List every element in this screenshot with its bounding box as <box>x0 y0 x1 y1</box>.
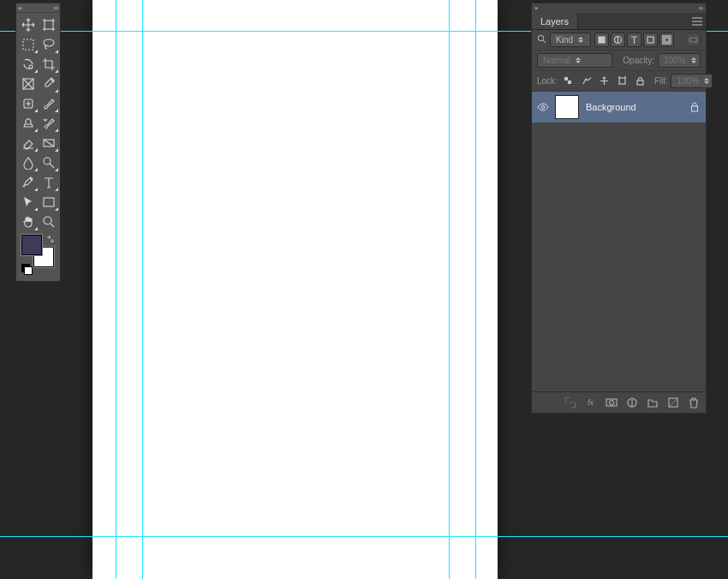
layers-panel: × ›› Layers Kind Normal Opacity: 100% Lo… <box>531 3 707 414</box>
color-swatches <box>20 235 57 274</box>
collapse-icon[interactable]: ›› <box>699 4 703 12</box>
svg-point-2 <box>29 65 33 69</box>
lock-label: Lock: <box>537 76 558 86</box>
svg-rect-19 <box>637 81 643 85</box>
filter-shape-button[interactable] <box>643 33 658 47</box>
visibility-toggle-icon[interactable] <box>532 103 554 111</box>
svg-rect-16 <box>564 77 568 81</box>
svg-rect-7 <box>44 198 54 206</box>
rectangle-tool[interactable] <box>39 192 59 212</box>
document-canvas[interactable] <box>92 0 498 579</box>
blend-mode-select[interactable]: Normal <box>537 53 612 68</box>
path-select-tool[interactable] <box>18 192 39 212</box>
history-brush-tool[interactable] <box>39 113 59 133</box>
close-icon[interactable]: × <box>534 4 539 12</box>
filter-pixel-button[interactable] <box>594 33 609 47</box>
tools-panel: × ›› <box>15 3 61 282</box>
filter-adjustment-button[interactable] <box>611 33 625 47</box>
fill-input[interactable]: 100% <box>671 74 713 88</box>
svg-point-20 <box>541 105 545 109</box>
lasso-tool[interactable] <box>39 34 59 54</box>
svg-rect-17 <box>568 81 571 84</box>
brush-tool[interactable] <box>39 93 59 113</box>
fx-button[interactable]: fx <box>583 396 598 410</box>
fill-label: Fill: <box>654 76 668 86</box>
layer-row[interactable]: Background <box>532 92 706 122</box>
move-tool[interactable] <box>18 15 39 34</box>
swap-colors-icon[interactable] <box>46 235 55 243</box>
svg-rect-10 <box>599 37 605 43</box>
frame-tool[interactable] <box>18 74 39 93</box>
clone-stamp-tool[interactable] <box>18 113 39 133</box>
quick-select-tool[interactable] <box>18 54 39 74</box>
filter-type-button[interactable] <box>627 33 641 47</box>
mask-button[interactable] <box>604 396 618 410</box>
zoom-tool[interactable] <box>39 212 59 231</box>
group-button[interactable] <box>645 396 659 410</box>
crop-tool[interactable] <box>39 54 59 74</box>
opacity-input[interactable]: 100% <box>658 53 701 68</box>
layer-list: Background <box>532 92 706 391</box>
adjustment-button[interactable] <box>624 396 639 410</box>
collapse-icon[interactable]: ›› <box>54 4 58 12</box>
panel-menu-icon[interactable] <box>689 13 706 29</box>
search-icon <box>537 34 546 45</box>
lock-pixels-button[interactable] <box>579 74 594 88</box>
svg-point-8 <box>44 217 51 224</box>
blend-opacity-row: Normal Opacity: 100% <box>532 51 706 71</box>
svg-point-23 <box>609 401 613 405</box>
gradient-tool[interactable] <box>39 133 59 152</box>
delete-button[interactable] <box>686 396 701 410</box>
new-button[interactable] <box>665 396 680 410</box>
tab-layers[interactable]: Layers <box>532 13 578 29</box>
marquee-tool[interactable] <box>18 34 39 54</box>
lock-transparency-button[interactable] <box>561 74 576 88</box>
layer-thumbnail[interactable] <box>555 95 579 119</box>
layers-footer: fx <box>532 391 706 413</box>
hand-tool[interactable] <box>18 212 39 231</box>
svg-point-6 <box>44 158 51 164</box>
svg-rect-1 <box>23 39 33 50</box>
filter-smart-object-button[interactable] <box>659 33 674 47</box>
svg-rect-13 <box>663 36 671 44</box>
svg-rect-21 <box>692 106 698 111</box>
eraser-tool[interactable] <box>18 133 39 152</box>
pen-tool[interactable] <box>18 172 39 192</box>
lock-icon[interactable] <box>683 102 706 112</box>
lock-fill-row: Lock: Fill: 100% <box>532 71 706 92</box>
layer-name[interactable]: Background <box>586 102 683 112</box>
svg-rect-14 <box>665 38 669 42</box>
dodge-tool[interactable] <box>39 152 59 172</box>
close-icon[interactable]: × <box>18 4 22 12</box>
svg-point-9 <box>538 35 543 40</box>
artboard-tool[interactable] <box>39 15 59 34</box>
svg-rect-18 <box>619 78 625 84</box>
svg-rect-12 <box>647 37 653 43</box>
type-tool[interactable] <box>39 172 59 192</box>
foreground-color-swatch[interactable] <box>21 235 42 255</box>
svg-rect-15 <box>689 38 697 42</box>
lock-all-button[interactable] <box>633 74 647 88</box>
svg-rect-0 <box>45 21 53 29</box>
link-button <box>563 396 577 410</box>
default-colors-icon[interactable] <box>21 264 32 274</box>
healing-brush-tool[interactable] <box>18 93 39 113</box>
lock-artboard-button[interactable] <box>615 74 630 88</box>
opacity-label: Opacity: <box>623 56 654 65</box>
lock-position-button[interactable] <box>597 74 612 88</box>
layer-filter-row: Kind <box>532 30 706 51</box>
filter-kind-select[interactable]: Kind <box>550 33 591 47</box>
eyedropper-tool[interactable] <box>39 74 59 93</box>
blur-tool[interactable] <box>18 152 39 172</box>
filter-toggle-switch[interactable] <box>686 33 701 47</box>
